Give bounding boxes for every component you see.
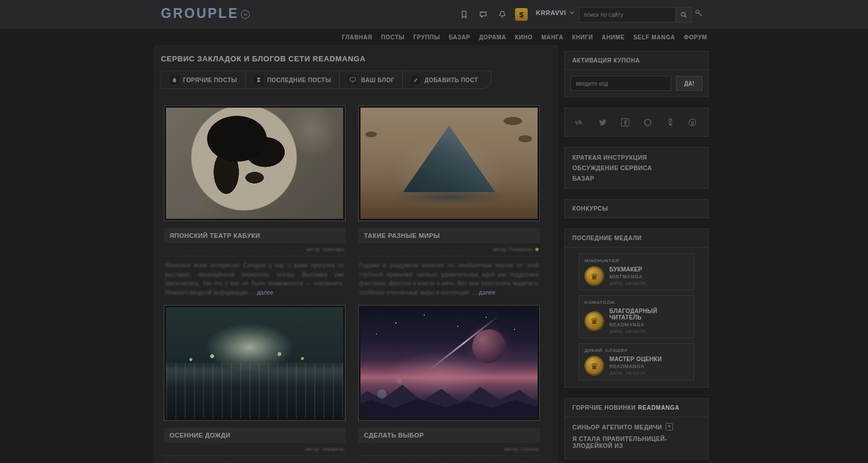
search-icon — [680, 11, 687, 19]
dollar-icon[interactable]: $ — [515, 8, 528, 21]
medal-date: ДАТА: 18/10/20 — [609, 370, 662, 376]
coupon-panel: АКТИВАЦИЯ КУПОНА ДА! — [564, 51, 709, 97]
user-menu[interactable]: KRRAVVI — [536, 9, 575, 16]
sidebar-link-discussion[interactable]: ОБСУЖДЕНИЕ СЕРВИСА — [572, 164, 701, 171]
post-title[interactable]: ОСЕННИЕ ДОЖДИ — [164, 428, 345, 443]
username: KRRAVVI — [536, 9, 566, 16]
nav-item-anime[interactable]: АНИМЕ — [602, 34, 625, 41]
medals-title: ПОСЛЕДНИЕ МЕДАЛИ — [565, 229, 708, 248]
medal-date: ДАТА: 18/10/20 — [609, 329, 689, 334]
medal-user[interactable]: ДИКИЙ_СЛЭШЕР — [584, 348, 689, 353]
medals-list: MINDHUNTER ♛ БУКМАКЕР MINTMANGA ДАТА: 18… — [565, 248, 708, 387]
more-link[interactable]: далее — [257, 289, 273, 296]
monitor-icon — [348, 75, 357, 84]
medal-user[interactable]: KOMATOZIK — [584, 300, 689, 305]
medal-source: READMANGA — [609, 363, 662, 369]
post-meta: автор: Акварель — [164, 443, 345, 456]
nav-item-groups[interactable]: ГРУППЫ — [413, 34, 440, 41]
tab-your-blog[interactable]: ВАШ БЛОГ — [340, 71, 403, 89]
tab-latest-posts[interactable]: ПОСЛЕДНИЕ ПОСТЫ — [246, 71, 340, 89]
twitter-icon[interactable] — [597, 116, 609, 128]
hot-novelties-title: ГОРЯЧИЕ НОВИНКИREADMANGA — [565, 399, 708, 417]
hot-item-1[interactable]: Я СТАЛА ПРАВИТЕЛЬНИЦЕЙ-ЗЛОДЕЙКОЙ ИЗ — [572, 435, 701, 449]
medal-icon: ♛ — [584, 311, 604, 331]
nav-item-bazaar[interactable]: БАЗАР — [448, 34, 470, 41]
comments-icon[interactable] — [477, 8, 490, 21]
medal-item[interactable]: MINDHUNTER ♛ БУКМАКЕР MINTMANGA ДАТА: 18… — [579, 253, 694, 291]
more-link[interactable]: далее — [479, 289, 495, 296]
post-card: ОСЕННИЕ ДОЖДИ автор: Акварель Осень — по… — [164, 305, 345, 463]
medal-icon: ♛ — [584, 266, 604, 286]
medal-name: БЛАГОДАРНЫЙ ЧИТАТЕЛЬ — [609, 308, 689, 321]
logo-badge-icon[interactable] — [240, 9, 251, 20]
sidebar-link-contests[interactable]: КОНКУРСЫ — [565, 200, 708, 218]
main-nav: ГЛАВНАЯ ПОСТЫ ГРУППЫ БАЗАР ДОРАМА КИНО М… — [342, 29, 707, 45]
post-image-space[interactable] — [361, 307, 538, 418]
medal-info: БУКМАКЕР MINTMANGA ДАТА: 18/10/20 — [609, 266, 646, 286]
hot-item-0[interactable]: СИНЬОР АГЕПИТО МЕДИЧИ + — [572, 423, 701, 431]
tab-hot-posts[interactable]: ГОРЯЧИЕ ПОСТЫ — [161, 71, 246, 89]
topbar-icons: $ — [458, 8, 528, 21]
search-input[interactable] — [579, 7, 676, 23]
medal-item[interactable]: ДИКИЙ_СЛЭШЕР ♛ МАСТЕР ОЦЕНКИ READMANGA Д… — [579, 343, 694, 380]
nav-item-forum[interactable]: ФОРУМ — [684, 34, 707, 41]
add-icon[interactable]: + — [665, 423, 673, 431]
nav-item-manga[interactable]: МАНГА — [541, 34, 563, 41]
post-card: СДЕЛАТЬ ВЫБОР автор: Селена Иногда перед… — [358, 305, 540, 463]
contests-panel: КОНКУРСЫ — [564, 199, 709, 218]
medal-icon: ♛ — [584, 356, 604, 376]
post-author[interactable]: автор: Шинтаро — [306, 247, 344, 252]
circle-icon[interactable] — [641, 116, 654, 128]
medal-user[interactable]: MINDHUNTER — [584, 258, 689, 263]
nav-item-posts[interactable]: ПОСТЫ — [381, 34, 404, 41]
medals-panel: ПОСЛЕДНИЕ МЕДАЛИ MINDHUNTER ♛ БУКМАКЕР M… — [564, 229, 709, 388]
sidebar-link-instruction[interactable]: КРАТКАЯ ИНСТРУКЦИЯ — [572, 154, 701, 161]
post-title[interactable]: ЯПОНСКИЙ ТЕАТР КАБУКИ — [164, 228, 345, 243]
nav-item-dorama[interactable]: ДОРАМА — [479, 34, 506, 41]
bookmark-icon[interactable] — [458, 8, 470, 21]
post-author[interactable]: автор: Реверьен — [492, 247, 532, 252]
pencil-icon — [411, 75, 420, 84]
nav-item-main[interactable]: ГЛАВНАЯ — [342, 34, 373, 41]
logo[interactable]: GROUPLE — [161, 6, 239, 21]
facebook-icon[interactable] — [619, 116, 632, 128]
nav-item-books[interactable]: КНИГИ — [572, 34, 593, 41]
post-image-rain[interactable] — [166, 307, 343, 418]
nav-item-kino[interactable]: КИНО — [515, 34, 533, 41]
bell-icon[interactable] — [496, 8, 509, 21]
sidebar-link-bazaar[interactable]: БАЗАР — [572, 175, 701, 182]
tab-label: ДОБАВИТЬ ПОСТ — [424, 77, 478, 83]
decor — [472, 329, 506, 363]
nav-item-selfmanga[interactable]: SELF MANGA — [633, 34, 675, 41]
key-icon[interactable] — [694, 9, 705, 19]
vk-icon[interactable]: vk — [574, 116, 587, 128]
site-search — [579, 7, 692, 23]
coupon-submit-button[interactable]: ДА! — [676, 76, 703, 91]
decor — [403, 126, 495, 192]
post-title[interactable]: ТАКИЕ РАЗНЫЕ МИРЫ — [358, 228, 540, 243]
medal-name: БУКМАКЕР — [609, 266, 646, 273]
coupon-input[interactable] — [571, 76, 671, 91]
post-meta: автор: Шинтаро — [164, 243, 345, 256]
medal-row: ♛ МАСТЕР ОЦЕНКИ READMANGA ДАТА: 18/10/20 — [584, 356, 689, 376]
post-excerpt: Иногда перед нами встаёт выбор, от котор… — [358, 461, 540, 463]
post-meta: автор: Селена — [358, 443, 540, 456]
online-dot — [535, 248, 539, 251]
service-links-panel: КРАТКАЯ ИНСТРУКЦИЯ ОБСУЖДЕНИЕ СЕРВИСА БА… — [564, 147, 709, 189]
medal-row: ♛ БЛАГОДАРНЫЙ ЧИТАТЕЛЬ READMANGA ДАТА: 1… — [584, 308, 689, 334]
post-image-kabuki[interactable] — [166, 108, 343, 219]
pinterest-icon[interactable]: p — [686, 116, 699, 128]
hot-item-label: Я СТАЛА ПРАВИТЕЛЬНИЦЕЙ-ЗЛОДЕЙКОЙ ИЗ — [572, 435, 701, 449]
medal-item[interactable]: KOMATOZIK ♛ БЛАГОДАРНЫЙ ЧИТАТЕЛЬ READMAN… — [579, 295, 694, 339]
post-author[interactable]: автор: Селена — [504, 446, 539, 452]
search-button[interactable] — [676, 7, 692, 23]
svg-text:p: p — [692, 119, 694, 125]
post-meta: автор: Реверьен — [358, 243, 540, 256]
post-title[interactable]: СДЕЛАТЬ ВЫБОР — [358, 428, 540, 443]
post-author[interactable]: автор: Акварель — [305, 446, 344, 452]
tab-add-post[interactable]: ДОБАВИТЬ ПОСТ — [403, 71, 491, 89]
post-excerpt: Японское всем интересно! Сегодня у нас с… — [164, 261, 345, 297]
odnoklassniki-icon[interactable] — [664, 116, 676, 128]
post-image-pyramid[interactable] — [361, 108, 538, 219]
page-title: СЕРВИС ЗАКЛАДОК И БЛОГОВ СЕТИ READMANGA — [161, 54, 366, 63]
